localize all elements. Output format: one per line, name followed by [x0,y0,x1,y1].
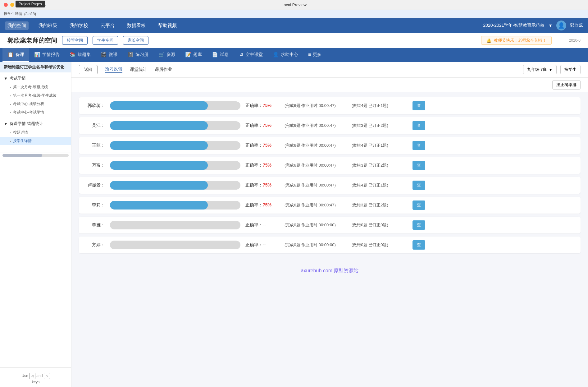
tab-classroom-stats[interactable]: 课堂统计 [130,67,147,72]
scrollbar-area[interactable] [0,153,71,158]
progress-track-5 [110,201,240,210]
top-nav-item-我的班级[interactable]: 我的班级 [36,21,60,30]
tab-icon-备课: 📋 [7,52,14,58]
sidebar-group-homework[interactable]: ▼ 备课学情-错题统计 [0,119,71,128]
view-button-4[interactable]: 查 [413,181,425,190]
sidebar-item-monthly-class[interactable]: ▪ 第一次月考-班级成绩 [0,83,71,91]
sidebar-item-label: 考试中心-成绩分析 [13,101,44,107]
sidebar-item-exam-analysis[interactable]: ▪ 考试中心-成绩分析 [0,100,71,108]
detail2-2: (做错4题 已订正1题) [352,143,408,148]
tab-微课[interactable]: 🎬微课 [96,48,122,62]
tab-preview-feedback[interactable]: 预习反馈 [105,66,122,73]
top-nav-item-我的空间[interactable]: 我的空间 [5,21,29,30]
top-nav-item-帮助视频[interactable]: 帮助视频 [156,21,179,30]
doc-icon: ▪ [10,102,11,106]
tab-求助中心[interactable]: 👤求助中心 [268,48,303,62]
tab-bar: 📋备课📊学情报告📚错题集🎬微课📓练习册🛒资源📝题库📄试卷🖥空中课堂👤求助中心≡更… [0,48,588,62]
view-button-5[interactable]: 查 [413,200,425,210]
arrow-down-icon2: ▼ [4,122,8,126]
tab-homework[interactable]: 课后作业 [155,67,172,72]
tab-更多[interactable]: ≡更多 [303,48,326,62]
view-button-7[interactable]: 查 [413,240,425,250]
progress-fill-5 [110,201,208,210]
student-row-7: 方婷： 正确率：-- (完成0题 作业用时 00:00:00) (做错0题 已订… [79,237,581,253]
doc-icon: ▪ [10,85,11,89]
sidebar-wrapper: 新增错题订正学生名单和考试优化 ▼ 考试学情 ▪ 第一次月考-班级成绩 ▪ 第一… [0,62,71,387]
user-avatar[interactable]: 👤 [556,21,566,30]
top-nav-item-云平台[interactable]: 云平台 [98,21,117,30]
tab-icon-错题集: 📚 [70,52,76,58]
tab-label-求助中心: 求助中心 [281,52,298,58]
project-pages-tooltip: Project Pages [16,1,45,7]
sort-by-student-button[interactable]: 按学生 [560,65,581,74]
school-space-button[interactable]: 校管空间 [62,36,88,45]
detail1-6: (完成0题 作业用时 00:00:00) [285,222,347,228]
view-button-2[interactable]: 查 [413,141,425,150]
sort-by-accuracy-button[interactable]: 按正确率排 [552,80,581,90]
top-nav-item-数据看板[interactable]: 数据看板 [125,21,148,30]
detail1-4: (完成6题 作业用时 00:00:47) [285,182,347,188]
accuracy-5: 正确率：75% [245,202,280,208]
student-space-button[interactable]: 学生空间 [93,36,118,45]
student-name-6: 李雅： [85,222,105,228]
sidebar-header-text: 新增错题订正学生名单和考试优化 [4,64,64,70]
close-button[interactable] [4,3,8,7]
page-title-bar: 按学生详情 (8 of 8) [0,10,588,18]
detail2-5: (做错3题 已订正2题) [352,202,408,208]
tab-试卷[interactable]: 📄试卷 [207,48,234,62]
sidebar-item-exam-situation[interactable]: ▪ 考试中心-考试学情 [0,108,71,117]
scrollbar-thumb[interactable] [2,154,42,157]
student-row-1: 吴江： 正确率：75% (完成6题 作业用时 00:00:47) (做错3题 已… [79,117,581,134]
main-content: 返回 预习反馈 课堂统计 课后作业 九年级-7班 ▼ 按学生 按正确率排 郭欣蕊… [71,62,588,387]
sidebar-item-label: 第一次月考-班级成绩 [13,85,48,90]
accuracy-6: 正确率：-- [245,222,280,228]
student-name-2: 王菲： [85,143,105,148]
accuracy-val-4: 75% [263,182,271,187]
progress-container-5 [110,201,240,210]
main-layout: 新增错题订正学生名单和考试优化 ▼ 考试学情 ▪ 第一次月考-班级成绩 ▪ 第一… [0,62,588,387]
accuracy-val-6: -- [263,222,266,227]
dropdown-icon[interactable]: ▼ [548,23,553,28]
tab-学情报告[interactable]: 📊学情报告 [29,48,65,62]
progress-fill-0 [110,101,208,110]
parent-space-button[interactable]: 家长空间 [123,36,148,45]
tab-icon-空中课堂: 🖥 [239,52,244,58]
accuracy-val-3: 75% [263,163,271,168]
progress-container-2 [110,141,240,150]
tab-题库[interactable]: 📝题库 [180,48,207,62]
notice-date: 2020-0 [569,38,581,43]
content-toolbar2: 按正确率排 [71,78,588,92]
student-row-5: 李莉： 正确率：75% (完成6题 作业用时 00:00:47) (做错3题 已… [79,197,581,214]
view-button-6[interactable]: 查 [413,220,425,230]
tab-label-更多: 更多 [313,52,321,58]
accuracy-val-7: -- [263,242,266,247]
minimize-button[interactable] [10,3,14,7]
hint-use: Use [21,374,29,378]
tab-label-备课: 备课 [16,52,24,58]
view-button-3[interactable]: 查 [413,161,425,170]
sidebar-item-by-question[interactable]: ▪ 按题详情 [0,128,71,137]
accuracy-label-0: 正确率： [245,103,263,108]
sidebar-item-label: 按题详情 [13,130,28,135]
view-button-0[interactable]: 查 [413,101,425,110]
tab-备课[interactable]: 📋备课 [2,48,29,62]
progress-container-7 [110,241,240,249]
top-nav-item-我的学校[interactable]: 我的学校 [67,21,91,30]
class-selector[interactable]: 九年级-7班 ▼ [523,65,557,74]
student-name-0: 郭欣蕊： [85,103,105,108]
sidebar-item-by-student[interactable]: ▪ 按学生详情 [0,137,71,145]
arrow-down-icon: ▼ [4,76,8,81]
back-button[interactable]: 返回 [79,65,98,74]
progress-container-3 [110,161,240,170]
sidebar-group-exam[interactable]: ▼ 考试学情 [0,74,71,83]
sidebar-footer: Use ◁ and ▷ keys to move between pages [0,367,71,387]
view-button-1[interactable]: 查 [413,121,425,130]
progress-track-0 [110,101,240,110]
tab-空中课堂[interactable]: 🖥空中课堂 [234,48,268,62]
tab-资源[interactable]: 🛒资源 [153,48,180,62]
detail1-0: (完成6题 作业用时 00:00:47) [285,103,347,108]
detail1-3: (完成6题 作业用时 00:00:47) [285,163,347,168]
sidebar-item-monthly-student[interactable]: ▪ 第一次月考-班级-学生成绩 [0,91,71,100]
tab-错题集[interactable]: 📚错题集 [65,48,96,62]
tab-练习册[interactable]: 📓练习册 [122,48,153,62]
